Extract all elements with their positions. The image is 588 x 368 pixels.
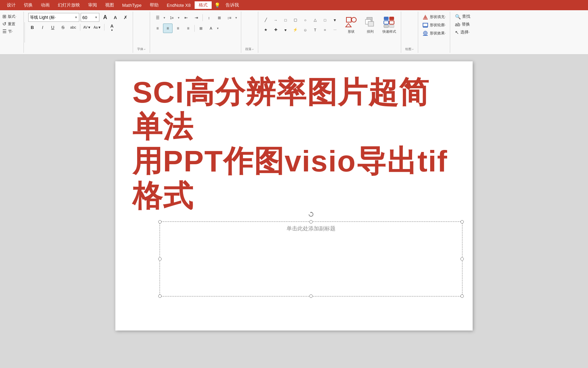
subtitle-box[interactable]: 单击此处添加副标题 — [160, 221, 462, 296]
shape-round-rect-btn[interactable]: ▢ — [291, 15, 300, 25]
shape-equation-btn[interactable]: = — [320, 25, 330, 35]
menu-format[interactable]: 格式 — [195, 1, 212, 9]
replace-button[interactable]: ab 替换 — [453, 21, 472, 28]
menu-tell-me[interactable]: 告诉我 — [222, 1, 243, 9]
menu-help[interactable]: 帮助 — [146, 1, 163, 9]
shadow-button[interactable]: abc — [69, 23, 77, 31]
subtitle-placeholder[interactable]: 单击此处添加副标题 — [287, 225, 336, 232]
slide-title[interactable]: SCI高分辨率图片超简单法 用PPT作图visio导出tif格式 — [132, 75, 456, 213]
smart-art-button[interactable]: ⊞ — [196, 24, 206, 33]
line-spacing-dropdown[interactable]: ▼ — [234, 13, 238, 22]
shape-props-section: 形状填充· 形状轮廓· 形状效果· — [418, 12, 450, 53]
menu-design[interactable]: 设计 — [3, 1, 20, 9]
section-button[interactable]: ☰ 节· — [1, 28, 22, 35]
text-fill-button[interactable]: A — [206, 24, 216, 33]
shape-star-btn[interactable]: ★ — [261, 25, 271, 35]
menu-view[interactable]: 视图 — [101, 1, 118, 9]
handle-top-left[interactable] — [158, 220, 162, 224]
svg-rect-0 — [346, 17, 351, 22]
shapes-button[interactable]: 形状 — [342, 13, 360, 37]
text-direction-button[interactable]: ↕ — [204, 13, 214, 22]
shape-heart-btn[interactable]: ♥ — [281, 25, 290, 35]
menu-bar: 设计 切换 动画 幻灯片放映 审阅 视图 MathType 帮助 EndNote… — [0, 0, 588, 10]
shape-lightning-btn[interactable]: ⚡ — [291, 25, 300, 35]
shape-cross-btn[interactable]: ✚ — [271, 25, 280, 35]
justify-button[interactable]: ≡ — [183, 24, 193, 33]
handle-top-center[interactable] — [309, 220, 313, 224]
shape-line-btn[interactable]: ╱ — [261, 15, 271, 25]
reset-button[interactable]: ↺ 重置 — [1, 20, 22, 27]
decrease-indent-button[interactable]: ⇤ — [181, 13, 191, 22]
svg-rect-8 — [384, 21, 389, 24]
align-left-button[interactable]: ≡ — [153, 24, 162, 33]
text-fill-dropdown[interactable]: ▼ — [216, 24, 220, 33]
menu-transition[interactable]: 切换 — [20, 1, 37, 9]
char-spacing-button[interactable]: AV▼ — [83, 23, 91, 31]
shape-extra-btn[interactable]: ⋯ — [330, 25, 340, 35]
shape-triangle-btn[interactable]: △ — [310, 15, 320, 25]
handle-middle-right[interactable] — [460, 257, 464, 261]
shape-outline-button[interactable]: 形状轮廓· — [421, 21, 447, 29]
shape-rect-btn[interactable]: □ — [281, 15, 290, 25]
bullet-dropdown[interactable]: ▼ — [162, 13, 166, 22]
arrange-button[interactable]: 排列 — [361, 13, 379, 37]
shape-callout-btn[interactable]: □ — [320, 15, 330, 25]
shape-fill-icon — [422, 14, 428, 20]
font-size-dropdown[interactable]: 60 ▼ — [81, 13, 99, 22]
menu-endnote[interactable]: EndNote X8 — [163, 2, 195, 9]
italic-button[interactable]: I — [38, 23, 47, 31]
shape-text-btn[interactable]: T — [310, 25, 320, 35]
svg-rect-7 — [389, 17, 394, 20]
drawing-section-label: 绘图 ⌐ — [405, 47, 414, 51]
menu-animation[interactable]: 动画 — [37, 1, 54, 9]
shape-smiley-btn[interactable]: ☺ — [300, 25, 310, 35]
handle-bottom-left[interactable] — [158, 294, 162, 298]
layout-button[interactable]: ⊞ 版式· — [1, 13, 22, 20]
shape-more-btn[interactable]: ▼ — [330, 15, 340, 25]
handle-middle-left[interactable] — [158, 257, 162, 261]
menu-mathtype[interactable]: MathType — [118, 2, 146, 9]
bullet-list-button[interactable]: ☰ — [153, 13, 162, 22]
columns-button[interactable]: ⊞ — [214, 13, 224, 22]
menu-review[interactable]: 审阅 — [84, 1, 101, 9]
shape-fill-button[interactable]: 形状填充· — [421, 13, 447, 20]
strikethrough-button[interactable]: S — [59, 23, 67, 31]
shape-oval-btn[interactable]: ○ — [300, 15, 310, 25]
svg-rect-11 — [389, 25, 394, 28]
font-name-dropdown[interactable]: 等线 Light (标· ▼ — [28, 13, 79, 22]
select-button[interactable]: ↖ 选择· — [453, 29, 472, 36]
edit-section: 🔍 查找 ab 替换 ↖ 选择· — [450, 12, 475, 53]
handle-top-right[interactable] — [460, 220, 464, 224]
quickstyle-button[interactable]: 快速样式 — [380, 13, 398, 37]
font-increase-button[interactable]: A — [101, 13, 110, 22]
font-decrease-button[interactable]: A — [111, 13, 120, 22]
handle-bottom-right[interactable] — [460, 294, 464, 298]
change-case-button[interactable]: Aa▼ — [93, 23, 101, 31]
shape-effect-button[interactable]: 形状效果· — [421, 29, 447, 37]
shape-arrow-btn[interactable]: → — [271, 15, 280, 25]
clear-format-button[interactable]: ✗ — [121, 13, 130, 22]
svg-rect-9 — [389, 21, 394, 24]
align-right-button[interactable]: ≡ — [173, 24, 183, 33]
paragraph-section-label: 段落 ⌐ — [245, 47, 254, 51]
align-center-button[interactable]: ≡ — [163, 24, 173, 33]
svg-rect-10 — [384, 25, 389, 28]
rotate-handle[interactable] — [308, 212, 314, 217]
ribbon-toolbar: ⊞ 版式· ↺ 重置 ☰ 节· 等线 Light (标· ▼ 60 ▼ A — [0, 10, 588, 55]
find-button[interactable]: 🔍 查找 — [453, 13, 472, 20]
svg-marker-2 — [346, 24, 351, 27]
shape-outline-icon — [422, 22, 428, 28]
line-spacing-button[interactable]: ↕≡ — [225, 13, 234, 22]
numbered-list-button[interactable]: 1≡ — [167, 13, 177, 22]
increase-indent-button[interactable]: ⇥ — [192, 13, 201, 22]
shape-effect-icon — [422, 30, 428, 36]
underline-button[interactable]: U — [49, 23, 57, 31]
bold-button[interactable]: B — [28, 23, 36, 31]
svg-rect-17 — [423, 35, 428, 36]
left-panel: ⊞ 版式· ↺ 重置 ☰ 节· — [0, 12, 24, 53]
paragraph-section: ☰ ▼ 1≡ ▼ ⇤ ⇥ ↕ ⊞ ↕≡ ▼ ≡ ≡ ≡ ≡ — [150, 12, 241, 53]
numbered-dropdown[interactable]: ▼ — [177, 13, 181, 22]
menu-slideshow[interactable]: 幻灯片放映 — [54, 1, 84, 9]
handle-bottom-center[interactable] — [309, 294, 313, 298]
font-color-button[interactable]: A ▼ — [107, 23, 117, 31]
